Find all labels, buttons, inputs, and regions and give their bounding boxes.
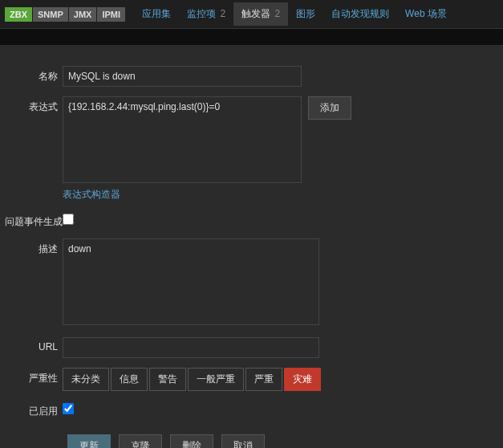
severity-selector: 未分类 信息 警告 一般严重 严重 灾难 xyxy=(63,368,322,391)
expression-constructor-link[interactable]: 表达式构造器 xyxy=(63,188,120,202)
label-severity: 严重性 xyxy=(13,368,63,385)
tab-web-scenarios[interactable]: Web 场景 xyxy=(397,2,455,26)
severity-not-classified[interactable]: 未分类 xyxy=(63,368,109,391)
label-name: 名称 xyxy=(13,66,63,83)
tab-triggers[interactable]: 触发器 2 xyxy=(233,2,288,26)
name-input[interactable] xyxy=(63,66,302,87)
label-url: URL xyxy=(13,337,63,352)
label-expression: 表达式 xyxy=(13,96,63,114)
protocol-indicators: ZBX SNMP JMX IPMI xyxy=(5,7,126,22)
proto-ipmi: IPMI xyxy=(97,7,125,22)
severity-high[interactable]: 严重 xyxy=(245,368,282,391)
severity-information[interactable]: 信息 xyxy=(111,368,148,391)
action-buttons: 更新 克隆 删除 取消 xyxy=(67,434,490,448)
proto-jmx: JMX xyxy=(69,7,97,22)
label-enabled: 已启用 xyxy=(13,401,63,418)
enabled-checkbox[interactable] xyxy=(63,403,74,414)
proto-zbx: ZBX xyxy=(5,7,32,22)
cancel-button[interactable]: 取消 xyxy=(221,434,265,448)
description-textarea[interactable] xyxy=(63,238,319,325)
top-toolbar: ZBX SNMP JMX IPMI 应用集 监控项 2 触发器 2 图形 自动发… xyxy=(0,0,503,29)
url-input[interactable] xyxy=(63,337,319,358)
tab-applications[interactable]: 应用集 xyxy=(134,2,179,26)
tab-discovery[interactable]: 自动发现规则 xyxy=(323,2,397,26)
add-expression-button[interactable]: 添加 xyxy=(308,96,351,120)
problem-generation-checkbox[interactable] xyxy=(63,214,74,225)
proto-snmp: SNMP xyxy=(33,7,68,22)
severity-warning[interactable]: 警告 xyxy=(149,368,186,391)
nav-tabs: 应用集 监控项 2 触发器 2 图形 自动发现规则 Web 场景 xyxy=(134,2,455,26)
tab-graphs[interactable]: 图形 xyxy=(288,2,323,26)
expression-textarea[interactable] xyxy=(63,96,302,183)
label-problem-gen: 问题事件生成 xyxy=(5,211,63,229)
update-button[interactable]: 更新 xyxy=(67,434,111,448)
tab-items[interactable]: 监控项 2 xyxy=(179,2,233,26)
delete-button[interactable]: 删除 xyxy=(170,434,213,448)
severity-average[interactable]: 一般严重 xyxy=(188,368,244,391)
clone-button[interactable]: 克隆 xyxy=(119,434,162,448)
trigger-form: 名称 表达式 添加 表达式构造器 问题事件生成 描述 URL xyxy=(0,45,503,448)
severity-disaster[interactable]: 灾难 xyxy=(284,368,321,391)
label-description: 描述 xyxy=(13,238,63,256)
